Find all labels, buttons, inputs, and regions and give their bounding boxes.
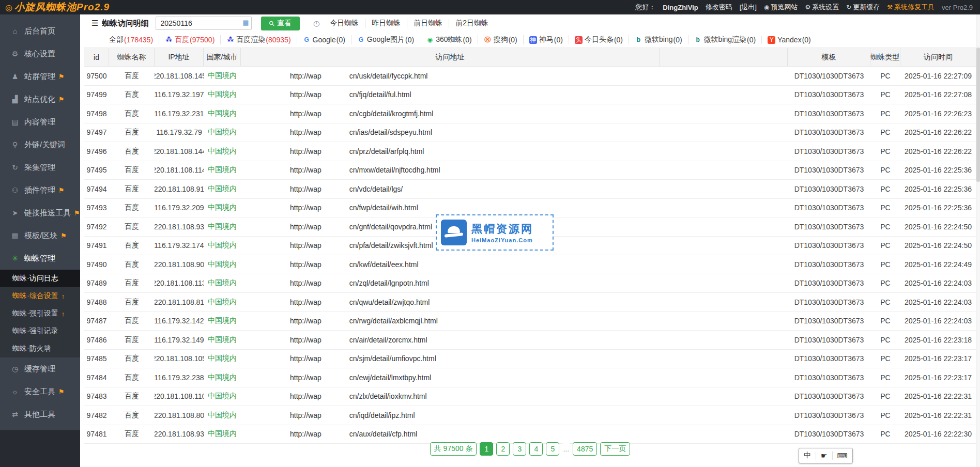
repair-tool-link[interactable]: ⚒系统修复工具 bbox=[887, 3, 935, 12]
sidebar-item-other-tools[interactable]: ⇄ 其他工具 bbox=[0, 403, 80, 426]
filter-count: (0) bbox=[614, 36, 623, 44]
filter-shenma[interactable]: 神 神马 (0) bbox=[523, 35, 569, 44]
table-row: 97486 百度 116.179.32.149 中国境内 http://wap … bbox=[84, 331, 976, 350]
filter-baidu-render[interactable]: ⁂ 百度渲染 (80935) bbox=[220, 35, 296, 44]
sidebar-item-spider-force-settings[interactable]: 蜘蛛·强引设置 ↑ bbox=[0, 305, 80, 322]
url-suffix: cn/air/detail/zorcmx.html bbox=[349, 336, 427, 344]
filter-baidu[interactable]: ⁂ 百度 (97500) bbox=[159, 35, 220, 44]
date-input[interactable] bbox=[156, 17, 252, 30]
cell-id: 97500 bbox=[84, 72, 109, 80]
refresh-cache-link[interactable]: ↻更新缓存 bbox=[846, 3, 880, 12]
censored-domain-block bbox=[321, 166, 349, 174]
filter-bing-render[interactable]: b 微软bing渲染 (0) bbox=[688, 35, 762, 44]
sidebar-item-collect[interactable]: ↻ 采集管理 bbox=[0, 156, 80, 179]
cell-ip: 220.181.108.144 bbox=[155, 147, 204, 155]
page-button-5[interactable]: 5 bbox=[546, 442, 559, 456]
up-arrow-icon: ↑ bbox=[62, 292, 65, 300]
yesterday-spider-link[interactable]: 昨日蜘蛛 bbox=[365, 19, 407, 28]
sidebar-item-dashboard[interactable]: ⌂ 后台首页 bbox=[0, 20, 80, 42]
sidebar-item-site-group[interactable]: ♟ 站群管理 ⚑ bbox=[0, 65, 80, 88]
sidebar-item-site-optimize[interactable]: ▟ 站点优化 ⚑ bbox=[0, 88, 80, 111]
cell-spider-name: 百度 bbox=[109, 109, 155, 118]
cell-ip: 116.179.32.231 bbox=[155, 110, 204, 118]
bulb-icon: ☼ bbox=[10, 387, 20, 396]
cell-region: 中国境内 bbox=[204, 241, 241, 250]
change-password-link[interactable]: 修改密码 bbox=[706, 3, 732, 12]
cell-spider-type: PC bbox=[870, 354, 900, 363]
cell-visit-url: http://wap cn/qwu/detail/zwjtqo.html bbox=[241, 298, 788, 306]
page-button-3[interactable]: 3 bbox=[513, 442, 526, 456]
filter-bing[interactable]: b 微软bing (0) bbox=[629, 35, 688, 44]
filter-google-images[interactable]: G Google图片 (0) bbox=[351, 35, 420, 44]
toutiao-icon: 头 bbox=[575, 36, 583, 44]
swirl-icon: ◎ bbox=[5, 3, 13, 12]
cell-template: DT1030/1030DT3673 bbox=[788, 279, 870, 287]
filter-all[interactable]: 全部 (178435) bbox=[94, 35, 159, 44]
calendar-icon[interactable]: ▦ bbox=[242, 19, 249, 26]
cell-id: 97493 bbox=[84, 204, 109, 212]
day-before-spider-link[interactable]: 前日蜘蛛 bbox=[407, 19, 449, 28]
url-suffix: cn/zlx/detail/ioxkmv.html bbox=[349, 392, 427, 400]
cell-visit-time: 2025-01-16 22:23:18 bbox=[900, 336, 976, 344]
sidebar-item-content[interactable]: ▤ 内容管理 bbox=[0, 111, 80, 133]
cell-region: 中国境内 bbox=[204, 429, 241, 439]
scrollbar-thumb[interactable] bbox=[976, 48, 980, 182]
preview-site-link[interactable]: ◉预览网站 bbox=[764, 3, 798, 12]
page-button-1[interactable]: 1 bbox=[480, 442, 493, 456]
cell-region: 中国境内 bbox=[204, 165, 241, 175]
censored-domain-block bbox=[321, 185, 349, 193]
url-prefix: http://wap bbox=[290, 430, 321, 438]
sidebar-item-spider-firewall[interactable]: 蜘蛛·防火墙 bbox=[0, 340, 80, 357]
logout-link[interactable]: [退出] bbox=[740, 3, 757, 12]
sidebar-item-spider-general-settings[interactable]: 蜘蛛·综合设置 ↑ bbox=[0, 287, 80, 305]
sidebar-item-spider[interactable]: ✳ 蜘蛛管理 bbox=[0, 247, 80, 270]
today-spider-link[interactable]: 今日蜘蛛 bbox=[324, 19, 365, 28]
sogou-icon: Ⓢ bbox=[484, 36, 492, 44]
sidebar-item-link-push[interactable]: ➤ 链接推送工具 ⚑ bbox=[0, 201, 80, 224]
filter-google[interactable]: G Google (0) bbox=[297, 36, 351, 44]
ime-pointer-icon[interactable]: ☛ bbox=[816, 452, 832, 460]
table-body: 97500 百度 220.181.108.145 中国境内 http://wap… bbox=[84, 67, 976, 444]
system-settings-link[interactable]: ⚙系统设置 bbox=[805, 3, 839, 12]
cell-spider-name: 百度 bbox=[109, 392, 155, 401]
sidebar-item-core-settings[interactable]: ⚙ 核心设置 bbox=[0, 42, 80, 65]
sidebar-item-spider-force-log[interactable]: 蜘蛛·强引记录 bbox=[0, 322, 80, 340]
cell-visit-url: http://wap cn/prz/detail/arfplq.html bbox=[241, 147, 788, 155]
next-page-button[interactable]: 下一页 bbox=[600, 442, 630, 456]
view-button[interactable]: ⚲ 查看 bbox=[261, 17, 300, 30]
two-days-before-spider-link[interactable]: 前2日蜘蛛 bbox=[449, 19, 495, 28]
black-hat-logo-icon bbox=[441, 220, 467, 245]
ime-lang-indicator[interactable]: 中 bbox=[799, 451, 816, 460]
cell-visit-time: 2025-01-16 22:26:22 bbox=[900, 128, 976, 136]
sidebar-item-security[interactable]: ☼ 安全工具 ⚑ bbox=[0, 380, 80, 403]
url-prefix: http://wap bbox=[290, 279, 321, 287]
filter-sogou[interactable]: Ⓢ 搜狗 (0) bbox=[478, 35, 523, 44]
cell-template: DT1030/1030DT3673 bbox=[788, 110, 870, 118]
sidebar-item-cache[interactable]: ◷ 缓存管理 bbox=[0, 357, 80, 380]
sidebar-item-spider-visit-log[interactable]: 蜘蛛·访问日志 bbox=[0, 270, 80, 287]
url-prefix: http://wap bbox=[290, 110, 321, 118]
sidebar-item-links-keywords[interactable]: ⚲ 外链/关键词 bbox=[0, 133, 80, 156]
filter-360[interactable]: ◉ 360蜘蛛 (0) bbox=[420, 35, 477, 44]
cell-spider-type: PC bbox=[870, 317, 900, 325]
table-row: 97498 百度 116.179.32.231 中国境内 http://wap … bbox=[84, 104, 976, 123]
scrollbar[interactable] bbox=[976, 14, 980, 467]
sidebar-item-templates[interactable]: ▦ 模板/区块 ⚑ bbox=[0, 224, 80, 247]
table-row: 97488 百度 220.181.108.81 中国境内 http://wap … bbox=[84, 293, 976, 312]
filter-toutiao[interactable]: 头 今日头条 (0) bbox=[569, 35, 629, 44]
cell-visit-url: http://wap cn/ewj/detail/lmxtbpy.html bbox=[241, 373, 788, 382]
ime-toolbar[interactable]: 中 ☛ ⌨ bbox=[799, 448, 853, 463]
url-suffix: cn/fwp/detail/wih.html bbox=[349, 204, 418, 212]
filter-yandex[interactable]: Y Yandex (0) bbox=[761, 36, 817, 44]
cell-ip: 116.179.32.142 bbox=[155, 317, 204, 325]
ime-keyboard-icon[interactable]: ⌨ bbox=[832, 452, 852, 460]
page-ellipsis[interactable]: ... bbox=[562, 442, 570, 456]
page-button-4[interactable]: 4 bbox=[529, 442, 543, 456]
cell-region: 中国境内 bbox=[204, 222, 241, 231]
url-prefix: http://wap bbox=[290, 298, 321, 306]
sidebar-item-plugins[interactable]: ⚇ 插件管理 ⚑ bbox=[0, 179, 80, 201]
page-button-4875[interactable]: 4875 bbox=[573, 442, 597, 456]
page-button-2[interactable]: 2 bbox=[496, 442, 510, 456]
cell-spider-name: 百度 bbox=[109, 298, 155, 307]
cell-ip: 220.181.108.90 bbox=[155, 260, 204, 269]
